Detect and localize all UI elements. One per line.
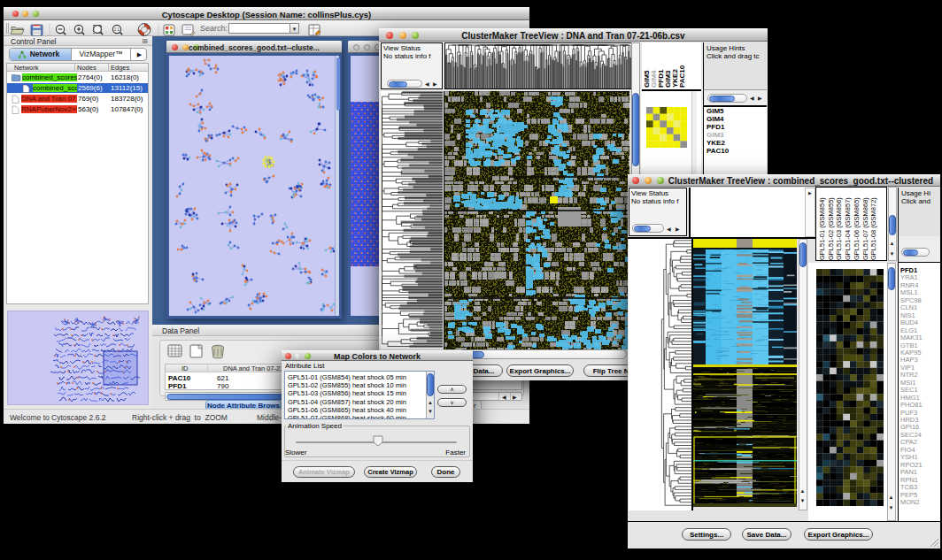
- svg-text:1:1: 1:1: [114, 27, 120, 32]
- svg-text:GPL51-07 (GSM868): GPL51-07 (GSM868): [861, 197, 869, 260]
- svg-text:GPL51-04 (GSM857): GPL51-04 (GSM857): [844, 197, 852, 260]
- svg-text:GPL51-06 (GSM865): GPL51-06 (GSM865): [853, 197, 861, 260]
- svg-text:GPL51-02 (GSM855): GPL51-02 (GSM855): [827, 197, 835, 260]
- svg-text:GPL51-01 (GSM854): GPL51-01 (GSM854): [818, 197, 826, 260]
- svg-text:PAC10: PAC10: [678, 65, 686, 88]
- svg-text:GPL51-08 (GSM872): GPL51-08 (GSM872): [869, 197, 877, 260]
- svg-text:GPL51-03 (GSM856): GPL51-03 (GSM856): [835, 197, 843, 260]
